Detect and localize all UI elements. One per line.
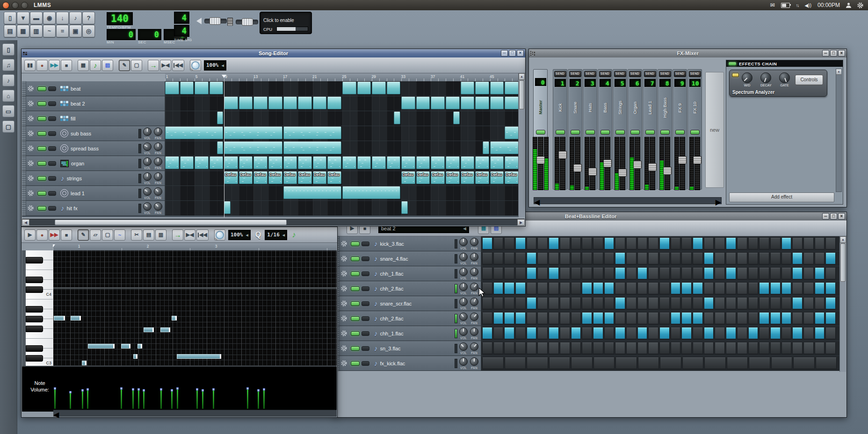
note-volume-stem[interactable] [70,393,71,409]
pattern-lane[interactable] [165,156,519,171]
mute-led[interactable] [351,361,360,366]
step-cell[interactable] [637,313,648,324]
step-cell[interactable] [803,298,814,309]
step-cell[interactable] [825,253,836,264]
step-cell[interactable] [704,268,714,279]
pattern-block[interactable] [253,157,268,169]
pattern-block[interactable]: Defau [416,171,430,184]
step-cell[interactable] [515,253,526,264]
step-row[interactable] [481,341,840,356]
channel-fader[interactable] [600,137,610,189]
vol-knob[interactable] [459,283,468,291]
step-cell[interactable] [637,298,648,309]
import-midi-button[interactable]: ♪ [69,12,82,24]
bb-track-header[interactable]: ♪chh_1.flacVOLPAN [335,326,481,341]
pattern-block[interactable] [461,82,475,94]
whats-this-button[interactable]: ? [82,12,95,24]
pan-knob[interactable] [154,187,162,196]
fader-handle[interactable] [558,151,567,159]
step-cell[interactable] [681,298,692,309]
pattern-block[interactable] [505,82,519,94]
network-icon[interactable]: ↑↓ [796,3,799,8]
fader-slot[interactable] [665,137,670,190]
step-cell[interactable] [693,268,703,279]
play-button[interactable]: ▶ [24,229,36,241]
step-cell[interactable] [537,327,548,339]
send-button[interactable]: SEND [644,71,656,77]
pattern-block[interactable]: Defau [298,171,312,184]
bb-close-button[interactable]: × [838,213,845,220]
fader-slot[interactable] [635,137,640,190]
step-cell[interactable] [759,268,769,279]
send-button[interactable]: SEND [569,71,581,77]
step-cell[interactable] [615,268,625,279]
track-header[interactable]: beat [22,81,165,96]
loop-mode-button[interactable]: ▶◀ [160,60,171,71]
pattern-block[interactable] [224,157,238,169]
piano-roll-note[interactable] [172,316,177,320]
solo-led[interactable] [362,242,369,246]
note-volume-stem[interactable] [82,391,83,409]
solo-led[interactable] [362,301,369,306]
fader-handle[interactable] [678,156,687,164]
step-cell[interactable] [815,342,825,354]
pattern-block[interactable] [224,201,231,214]
W/D-knob[interactable] [742,72,752,83]
se-zoom-display[interactable]: 100%◀ [204,60,226,71]
vol-knob[interactable] [459,313,468,321]
pattern-block[interactable] [475,157,489,169]
track-grip[interactable] [22,126,26,141]
fader-slot[interactable] [620,137,625,190]
vol-knob[interactable] [459,268,468,276]
mute-led[interactable] [37,161,46,166]
pattern-block[interactable] [490,97,504,109]
pattern-block[interactable] [483,142,489,154]
mail-icon[interactable]: ✉ [770,2,775,8]
bb-track-header[interactable]: ♪kick_3.flacVOLPAN [335,236,481,251]
step-cell[interactable] [737,298,747,309]
step-cell[interactable] [681,327,692,339]
pan-knob[interactable] [154,202,162,211]
gear-icon[interactable] [28,175,34,181]
piano-black-key[interactable] [26,355,43,362]
record-button[interactable]: ● [36,60,48,71]
pattern-lane[interactable] [165,126,519,141]
step-cell[interactable] [715,268,725,279]
pattern-block[interactable] [505,157,519,169]
piano-roll-note[interactable] [160,327,170,332]
mute-led[interactable] [351,271,360,276]
fx-channel-strip[interactable]: 0Master [533,69,548,190]
erase-mode-button[interactable]: ▱ [90,229,101,241]
gear-icon[interactable] [341,270,347,277]
gear-icon[interactable] [28,205,34,211]
pattern-block[interactable] [490,157,504,169]
step-cell[interactable] [681,253,692,264]
fader-slot[interactable] [694,137,700,190]
pattern-block[interactable] [253,97,268,109]
step-cell[interactable] [792,298,803,309]
step-cell[interactable] [504,327,514,339]
channel-fader[interactable] [585,137,595,189]
draw-mode-button[interactable]: ✎ [78,229,89,241]
step-cell[interactable] [626,298,637,309]
cpu-click-label[interactable]: Click to enable [263,18,308,23]
piano-roll-note[interactable] [121,344,130,349]
mute-led[interactable] [351,242,360,246]
channel-mute-led[interactable] [615,130,625,135]
step-cell[interactable] [537,342,548,354]
step-cell[interactable] [704,298,714,309]
channel-mute-led[interactable] [600,130,610,135]
step-cell[interactable] [604,253,615,264]
step-cell[interactable] [693,327,703,339]
pattern-block[interactable] [165,157,179,169]
sidebar-item-computer[interactable]: ▢ [2,121,14,133]
DECAY-knob[interactable] [760,72,771,83]
step-cell[interactable] [615,253,625,264]
step-cell[interactable] [493,342,504,354]
step-cell[interactable] [759,283,769,294]
fader-slot[interactable] [605,137,610,190]
step-cell[interactable] [537,238,548,249]
step-cell[interactable] [792,238,803,249]
step-cell[interactable] [527,268,537,279]
step-cell[interactable] [759,238,769,249]
